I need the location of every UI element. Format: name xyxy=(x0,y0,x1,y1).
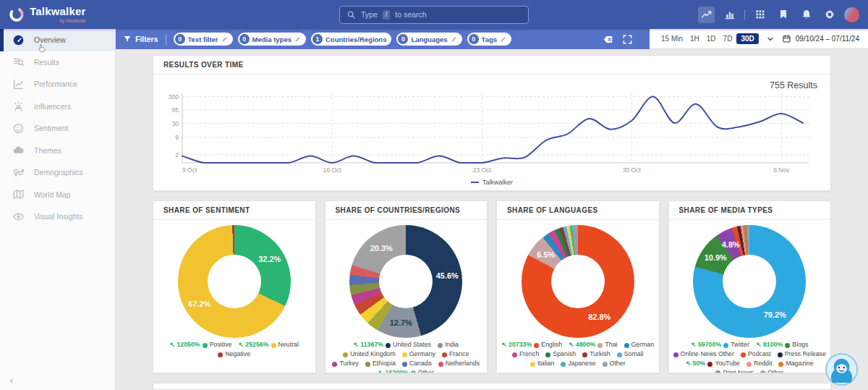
legend-label: Thai xyxy=(605,341,617,349)
sidebar-item-visual-insights[interactable]: Visual Insights xyxy=(0,205,115,228)
legend-item-other[interactable]: ↖ 15200%Other xyxy=(378,369,434,373)
legend-swatch xyxy=(332,362,337,367)
line-chart-legend[interactable]: Talkwalker xyxy=(163,179,820,186)
talkwalker-swirl-icon xyxy=(9,7,25,22)
sidebar-item-demographics[interactable]: Demographics xyxy=(0,161,115,184)
legend-item-spanish[interactable]: Spanish xyxy=(545,350,576,359)
pencil-icon[interactable] xyxy=(500,36,506,43)
filter-chip-languages[interactable]: 0Languages xyxy=(396,33,461,46)
legend-item-magazine[interactable]: Magazine xyxy=(778,360,813,368)
legend-item-other[interactable]: Other xyxy=(603,360,626,368)
panel-share-of-media-types: SHARE OF MEDIA TYPES79.2%10.9%4.8%↖ 5970… xyxy=(668,200,832,373)
talkwalker-series-swatch xyxy=(471,182,479,183)
legend-item-france[interactable]: France xyxy=(442,350,469,359)
search-input[interactable]: Type / to search xyxy=(339,6,529,24)
sidebar-item-world-map[interactable]: World Map xyxy=(0,184,115,206)
column-chart-icon[interactable] xyxy=(721,7,738,23)
slice-label-other: 20.3% xyxy=(370,244,393,253)
legend-item-negative[interactable]: Negative xyxy=(218,350,250,359)
bell-icon[interactable] xyxy=(798,7,814,23)
clear-filters-icon[interactable] xyxy=(603,34,613,45)
legend-item-turkey[interactable]: Turkey xyxy=(332,360,359,368)
range-15-min[interactable]: 15 Min xyxy=(658,33,686,44)
legend-item-twitter[interactable]: ↖ 59700%Twitter xyxy=(691,341,749,349)
legend-item-online-news-other[interactable]: Online News Other xyxy=(673,350,734,359)
legend-item-japanese[interactable]: Japanese xyxy=(561,360,595,368)
sidebar-item-label: Sentiment xyxy=(34,124,68,132)
legend-item-blogs[interactable]: ↖ 8100%Blogs xyxy=(756,341,808,349)
legend-item-neutral[interactable]: ↖ 25256%Neutral xyxy=(238,341,298,349)
range-1d[interactable]: 1D xyxy=(704,33,719,44)
date-range-picker[interactable]: 09/10/24 – 07/11/24 xyxy=(782,34,859,43)
calendar-icon xyxy=(782,34,791,43)
sidebar-item-sentiment[interactable]: Sentiment xyxy=(0,117,115,140)
fullscreen-icon[interactable] xyxy=(622,34,633,45)
legend-label: Press Release xyxy=(785,350,826,359)
svg-text:6 Nov: 6 Nov xyxy=(773,166,790,174)
chatbot-assistant-button[interactable] xyxy=(825,352,859,386)
legend-item-press-release[interactable]: Press Release xyxy=(778,350,826,359)
range-1h[interactable]: 1H xyxy=(687,33,702,44)
user-avatar[interactable] xyxy=(844,7,859,22)
chip-label: Languages xyxy=(411,35,447,43)
legend-item-ethiopia[interactable]: Ethiopia xyxy=(365,360,396,368)
legend-item-italian[interactable]: Italian xyxy=(530,360,554,368)
legend-swatch xyxy=(512,352,517,357)
filter-chip-tags[interactable]: 0Tags xyxy=(467,33,511,46)
legend-item-turkish[interactable]: Turkish xyxy=(582,350,610,359)
legend-label: India xyxy=(445,341,459,349)
legend-item-netherlands[interactable]: Netherlands xyxy=(438,360,480,368)
talkwalker-logo[interactable]: Talkwalker by Hootsuite xyxy=(9,6,86,24)
legend-swatch xyxy=(411,370,416,373)
sidebar-collapse-button[interactable]: ‹ xyxy=(10,376,13,386)
legend-item-india[interactable]: India xyxy=(438,341,459,349)
trend-up-icon: ↖ 59700% xyxy=(691,341,721,349)
eye-icon xyxy=(12,211,25,223)
filters-button[interactable]: Filters xyxy=(123,35,158,43)
grid-icon[interactable] xyxy=(752,7,768,23)
range-7d[interactable]: 7D xyxy=(720,33,736,44)
pencil-icon[interactable] xyxy=(221,36,228,43)
legend-item-somali[interactable]: Somali xyxy=(617,350,644,359)
legend-label: Ethiopia xyxy=(373,360,396,368)
pencil-icon[interactable] xyxy=(451,36,457,43)
sidebar-item-influencers[interactable]: Influencers xyxy=(0,96,115,118)
sidebar-item-themes[interactable]: Themes xyxy=(0,140,115,162)
filter-chip-countries-regions[interactable]: 1Countries/Regions xyxy=(311,33,391,46)
gear-icon[interactable] xyxy=(821,7,838,23)
legend-item-reddit[interactable]: Reddit xyxy=(746,360,772,368)
icon-divider xyxy=(744,9,745,20)
legend-item-german[interactable]: German xyxy=(624,341,655,349)
svg-text:23 Oct: 23 Oct xyxy=(473,166,492,174)
trend-line-icon[interactable] xyxy=(698,7,715,23)
legend-swatch xyxy=(203,343,208,348)
legend-item-podcast[interactable]: Podcast xyxy=(741,350,771,359)
pencil-icon[interactable] xyxy=(294,36,301,43)
filter-chip-media-types[interactable]: 0Media types xyxy=(238,33,306,46)
range-30d[interactable]: 30D xyxy=(736,33,758,44)
legend-item-youtube[interactable]: ↖ 50%YouTube xyxy=(686,360,740,368)
legend-item-other[interactable]: Other xyxy=(760,369,783,373)
results-line-chart[interactable]: 2930953009 Oct16 Oct23 Oct30 Oct6 Nov xyxy=(163,86,820,183)
bookmark-icon[interactable] xyxy=(775,7,791,23)
legend-item-print-news[interactable]: Print News xyxy=(715,369,754,373)
legend-item-canada[interactable]: Canada xyxy=(402,360,432,368)
legend-item-united-kingdom[interactable]: United Kingdom xyxy=(343,350,396,359)
slice-label-online-news-other: 4.8% xyxy=(722,240,740,249)
next-row-card-edge xyxy=(153,383,831,390)
legend-label: Twitter xyxy=(731,341,749,349)
legend-item-thai[interactable]: ↖ 4800%Thai xyxy=(569,341,617,349)
legend-item-germany[interactable]: Germany xyxy=(402,350,435,359)
chevron-down-icon[interactable] xyxy=(766,35,775,43)
sidebar-item-results[interactable]: Results xyxy=(0,51,115,74)
date-range-text: 09/10/24 – 07/11/24 xyxy=(796,35,859,43)
legend-item-french[interactable]: French xyxy=(512,350,539,359)
legend-label: Somali xyxy=(624,350,644,359)
sidebar-item-performance[interactable]: Performance xyxy=(0,73,115,96)
filter-chip-text-filter[interactable]: 0Text filter xyxy=(174,33,233,46)
legend-item-english[interactable]: ↖ 20733%English xyxy=(501,341,562,349)
legend-item-positive[interactable]: ↖ 12050%Positive xyxy=(170,341,232,349)
legend-item-united-states[interactable]: ↖ 11367%United States xyxy=(353,341,430,349)
trend-up-icon: ↖ 8100% xyxy=(756,341,783,349)
sidebar-item-overview[interactable]: Overview xyxy=(0,29,115,51)
